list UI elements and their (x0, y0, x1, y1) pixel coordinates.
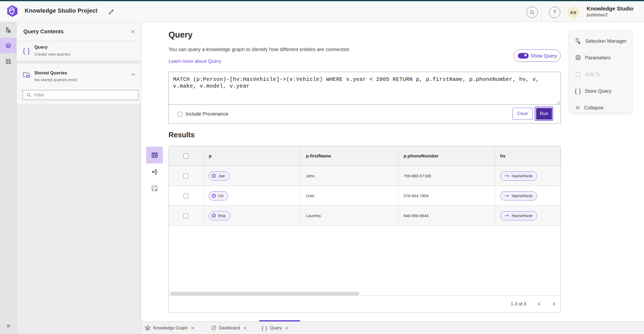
store-query-label: Store Query (585, 88, 612, 94)
selection-manager-item[interactable]: Selection Manager (569, 33, 632, 49)
rail-item-project[interactable] (0, 22, 16, 38)
collapse-item[interactable]: Collapse (569, 99, 632, 116)
tab-label: Query (270, 326, 282, 331)
bottom-tab-bar: Knowledge Graph Dashboard { } Query (141, 321, 644, 334)
learn-more-link[interactable]: Learn more about Query (169, 59, 221, 64)
page-title: Knowledge Studio Project (25, 1, 97, 21)
pagination-label: 1-3 of 3 (511, 296, 526, 313)
table-view-icon (151, 152, 158, 159)
chevron-right-icon (551, 302, 556, 306)
close-tab-button[interactable] (243, 326, 247, 330)
entity-pill[interactable]: Etta (209, 211, 230, 220)
double-chevron-right-icon (6, 324, 11, 328)
store-query-braces-icon: { } (575, 88, 581, 95)
entity-dot-icon (212, 174, 216, 178)
dashboard-icon (211, 325, 217, 331)
entity-pill[interactable]: Joe (209, 171, 229, 181)
arrow-right-icon (504, 214, 509, 217)
table-header-row: p p.firstName p.phoneNumber hv (169, 146, 561, 166)
avatar[interactable]: KS (568, 6, 579, 18)
close-icon (191, 326, 195, 330)
column-header-hv[interactable]: hv (495, 146, 561, 166)
include-provenance-control[interactable]: Include Provenance (177, 111, 228, 117)
column-header-phone[interactable]: p.phoneNumber (398, 146, 495, 166)
relationship-pill[interactable]: HasVehicle (500, 211, 537, 220)
collapse-label: Collapse (584, 105, 603, 111)
org-chart-icon (5, 27, 11, 33)
panel-item-stored-title: Stored Queries (34, 70, 67, 76)
cell-phone: 759-889-57168 (404, 174, 431, 178)
app: Knowledge Studio Project ? KS Knowledge … (0, 0, 644, 334)
collapse-section-icon[interactable] (131, 72, 136, 77)
graph-view-icon (151, 168, 158, 175)
clear-button[interactable]: Clear (513, 108, 533, 120)
relationship-label: HasVehicle (512, 193, 533, 198)
cell-firstname: John (306, 174, 315, 178)
relationship-pill[interactable]: HasVehicle (500, 171, 537, 181)
row-checkbox[interactable] (184, 174, 188, 178)
run-button[interactable]: Run (535, 107, 553, 121)
expand-rail-button[interactable] (0, 320, 16, 332)
user-name: Knowledge Studio (587, 6, 633, 12)
braces-icon: { } (23, 47, 30, 55)
user-info[interactable]: Knowledge Studio publisher2 (587, 6, 633, 18)
table-pagination-footer: 1-3 of 3 (169, 295, 561, 312)
panel-item-stored-queries[interactable]: Stored Queries No stored queries exist (17, 63, 141, 86)
tab-label: Dashboard (219, 326, 240, 331)
search-button[interactable] (526, 7, 538, 18)
row-checkbox[interactable] (184, 213, 188, 218)
select-all-checkbox[interactable] (184, 154, 188, 159)
pencil-icon (108, 9, 114, 15)
relationship-label: HasVehicle (512, 174, 533, 178)
entity-pill[interactable]: Uri (209, 191, 228, 200)
close-panel-button[interactable] (129, 27, 137, 35)
tab-knowledge-graph[interactable]: Knowledge Graph (145, 322, 195, 334)
tab-dashboard[interactable]: Dashboard (211, 322, 247, 334)
include-provenance-checkbox[interactable] (177, 112, 182, 117)
map-view-button[interactable] (146, 180, 163, 197)
filter-row (17, 86, 141, 104)
show-query-toggle[interactable]: Show Query (514, 49, 561, 62)
close-tab-button[interactable] (285, 326, 289, 330)
results-view-switcher (146, 147, 163, 197)
floating-action-menu: Selection Manager Parameters Add To { } … (569, 30, 632, 113)
add-to-item[interactable]: Add To (569, 66, 632, 82)
filter-input[interactable] (31, 92, 131, 98)
parameters-item[interactable]: Parameters (569, 49, 632, 66)
close-icon (131, 29, 135, 34)
left-rail (0, 22, 17, 334)
cell-phone: 578-654-7854 (404, 193, 429, 198)
table-view-button[interactable] (146, 147, 163, 163)
relationship-pill[interactable]: HasVehicle (500, 191, 537, 200)
app-header: Knowledge Studio Project ? KS Knowledge … (0, 1, 644, 22)
rail-item-contents[interactable] (0, 38, 16, 53)
rail-item-save[interactable] (0, 54, 16, 69)
query-editor[interactable]: MATCH (p:Person)-[hv:HasVehicle]->(v:Veh… (169, 72, 561, 105)
help-button[interactable]: ? (549, 7, 560, 18)
column-header-firstname[interactable]: p.firstName (301, 146, 398, 166)
tab-query[interactable]: { } Query (262, 322, 289, 334)
edit-title-button[interactable] (107, 8, 115, 16)
collapse-icon (575, 105, 581, 111)
graph-view-button[interactable] (146, 163, 163, 180)
row-checkbox[interactable] (184, 193, 188, 198)
column-header-p[interactable]: p (203, 146, 301, 166)
resize-handle-icon[interactable] (557, 101, 560, 104)
filter-field[interactable] (23, 90, 138, 100)
close-icon (285, 326, 289, 330)
panel-item-query[interactable]: { } Query Create new queries (17, 41, 141, 60)
store-query-item[interactable]: { } Store Query (569, 83, 632, 99)
braces-icon: { } (262, 325, 268, 331)
table-row: Etta Lauretta 846-956-8644 HasVehicle (169, 206, 561, 226)
close-tab-button[interactable] (191, 326, 195, 330)
entity-label: Joe (218, 174, 225, 178)
query-heading: Query (169, 30, 193, 40)
gear-icon (575, 54, 581, 61)
horizontal-scrollbar-thumb[interactable] (170, 292, 359, 295)
toggle-knob (524, 53, 527, 57)
next-page-button[interactable] (550, 300, 558, 308)
search-icon (529, 10, 535, 15)
stored-queries-folder-icon (23, 71, 31, 79)
previous-page-button[interactable] (535, 300, 543, 308)
entity-dot-icon (212, 214, 216, 218)
